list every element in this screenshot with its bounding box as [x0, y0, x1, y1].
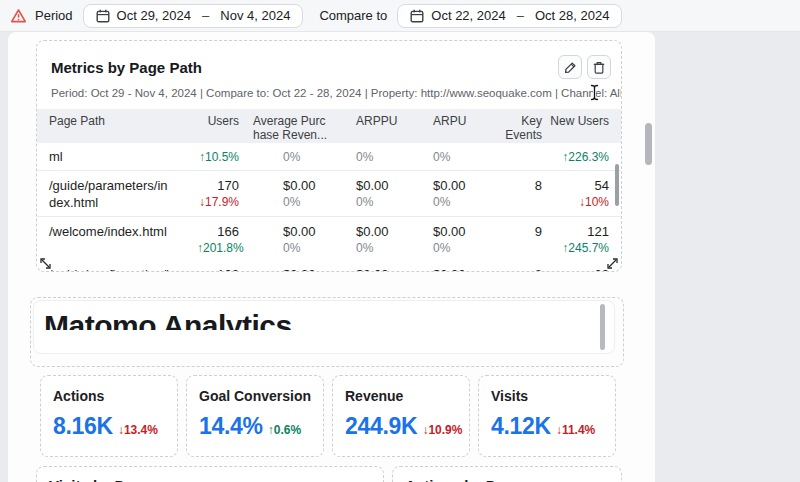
metric-delta: ↓10.9%	[422, 423, 462, 437]
resize-handle-bottom-left[interactable]	[39, 256, 52, 269]
metric-card-goal-conversion-rate[interactable]: Goal Conversion R... 14.4% ↑0.6%	[186, 375, 324, 457]
toolbar: Period Oct 29, 2024 – Nov 4, 2024 Compar…	[0, 0, 800, 32]
compare-date-range[interactable]: Oct 22, 2024 – Oct 28, 2024	[397, 4, 622, 28]
matomo-header-widget[interactable]: Matomo Analytics	[30, 297, 624, 367]
widget-filters-summary: Period: Oct 29 - Nov 4, 2024 | Compare t…	[37, 79, 621, 99]
table-row[interactable]: ml ↑10.5% 0% 0% 0% ↑226.3%	[37, 143, 621, 171]
column-page-path[interactable]: Page Path	[43, 114, 197, 128]
table-row[interactable]: /guide/configuration/i 102 $0.00 $0.00 $…	[37, 261, 621, 272]
compare-end-date: Oct 28, 2024	[535, 8, 609, 23]
matomo-header-card: Matomo Analytics	[33, 300, 615, 354]
visits-by-day-widget[interactable]: Visits by Day	[36, 466, 384, 482]
calendar-icon	[96, 9, 110, 23]
metrics-widget[interactable]: Metrics by Page Path Period: Oct 29 - No…	[36, 40, 622, 272]
metric-value: 14.4%	[199, 413, 263, 440]
metric-delta: ↓11.4%	[556, 423, 595, 437]
metric-delta: ↓13.4%	[118, 423, 158, 437]
edit-button[interactable]	[558, 55, 582, 79]
pencil-icon	[564, 61, 577, 74]
metric-card-revenue[interactable]: Revenue 244.9K ↓10.9%	[332, 375, 470, 457]
metric-card-actions[interactable]: Actions 8.16K ↓13.4%	[40, 375, 178, 457]
metric-value: 244.9K	[345, 413, 417, 440]
trash-icon	[593, 61, 605, 74]
delete-button[interactable]	[587, 55, 611, 79]
table-row[interactable]: /welcome/index.html 166↑201.8% $0.000% $…	[37, 217, 621, 261]
resize-handle-bottom-right[interactable]	[606, 256, 619, 269]
table-row[interactable]: /guide/parameters/index.html 170↓17.9% $…	[37, 171, 621, 217]
column-average-purchase-revenue[interactable]: Average Purc hase Reven...	[245, 114, 341, 142]
column-users[interactable]: Users	[197, 114, 245, 128]
compare-to-label: Compare to	[319, 8, 387, 23]
column-new-users[interactable]: New Users	[547, 114, 609, 128]
text-cursor-pointer	[589, 84, 600, 105]
metric-delta: ↑0.6%	[268, 423, 301, 437]
dashboard-panel: Metrics by Page Path Period: Oct 29 - No…	[8, 32, 655, 482]
period-label: Period	[35, 8, 73, 23]
compare-start-date: Oct 22, 2024	[431, 8, 505, 23]
compare-date-separator: –	[517, 8, 524, 23]
matomo-scrollbar-thumb[interactable]	[600, 304, 605, 350]
table-scrollbar-thumb[interactable]	[615, 164, 619, 206]
column-arppu[interactable]: ARPPU	[341, 114, 417, 128]
period-end-date: Nov 4, 2024	[220, 8, 290, 23]
period-date-separator: –	[202, 8, 209, 23]
calendar-icon	[410, 9, 424, 23]
table-header: Page Path Users Average Purc hase Reven.…	[37, 109, 621, 143]
widget-title: Metrics by Page Path	[51, 59, 553, 76]
metric-value: 8.16K	[53, 413, 113, 440]
period-date-range[interactable]: Oct 29, 2024 – Nov 4, 2024	[83, 4, 304, 28]
metric-value: 4.12K	[491, 413, 551, 440]
period-start-date: Oct 29, 2024	[117, 8, 191, 23]
page-scrollbar-thumb[interactable]	[645, 123, 652, 165]
warning-triangle-icon[interactable]	[10, 8, 27, 24]
column-arpu[interactable]: ARPU	[417, 114, 491, 128]
metric-card-visits[interactable]: Visits 4.12K ↓11.4%	[478, 375, 616, 457]
actions-by-day-widget[interactable]: Actions by Day	[392, 466, 622, 482]
section-title: Matomo Analytics	[44, 311, 614, 330]
column-key-events[interactable]: Key Events	[491, 114, 547, 142]
